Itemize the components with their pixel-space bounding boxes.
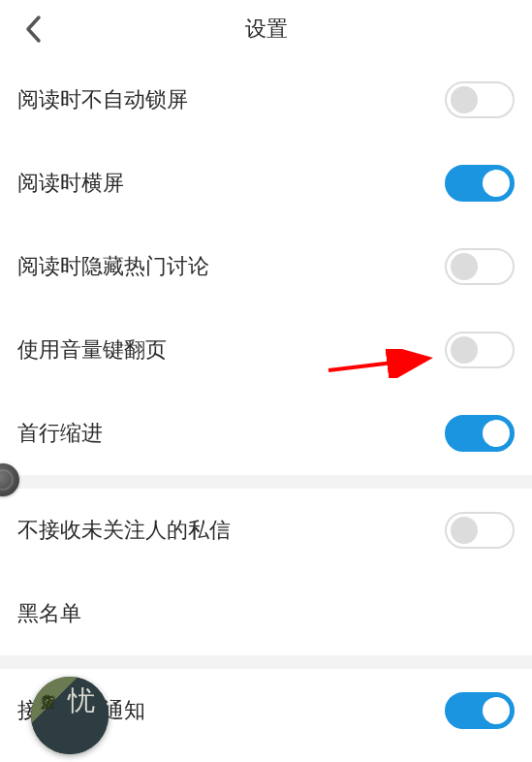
row-label: 使用音量键翻页	[17, 335, 167, 365]
toggle-push-notify[interactable]	[445, 692, 515, 729]
book-cover-icon: 杂货店 忧	[31, 677, 109, 754]
row-label: 阅读时隐藏热门讨论	[17, 252, 209, 281]
chevron-left-icon	[23, 15, 45, 44]
row-hide-discussion: 阅读时隐藏热门讨论	[0, 225, 532, 308]
row-label: 黑名单	[17, 599, 81, 628]
toggle-landscape[interactable]	[445, 165, 515, 202]
row-label: 阅读时不自动锁屏	[17, 85, 188, 114]
book-title: 忧	[68, 683, 95, 719]
row-auto-lock: 阅读时不自动锁屏	[0, 58, 532, 142]
toggle-block-dm[interactable]	[445, 512, 515, 549]
toggle-auto-lock[interactable]	[445, 81, 515, 118]
row-volume-page: 使用音量键翻页	[0, 308, 532, 392]
page-title: 设置	[245, 15, 288, 44]
row-block-dm: 不接收未关注人的私信	[0, 489, 532, 572]
back-button[interactable]	[23, 15, 45, 44]
row-indent: 首行缩进	[0, 392, 532, 475]
row-label: 首行缩进	[17, 419, 103, 448]
row-label: 不接收未关注人的私信	[17, 516, 231, 545]
header: 设置	[0, 0, 532, 58]
floating-book-button[interactable]: 杂货店 忧	[31, 677, 109, 754]
toggle-volume-page[interactable]	[445, 332, 515, 368]
section-gap	[0, 655, 532, 669]
toggle-indent[interactable]	[445, 415, 515, 452]
row-label: 阅读时横屏	[17, 169, 124, 198]
row-landscape: 阅读时横屏	[0, 142, 532, 225]
toggle-hide-discussion[interactable]	[445, 248, 515, 285]
row-blacklist[interactable]: 黑名单	[0, 572, 532, 655]
section-gap	[0, 475, 532, 489]
